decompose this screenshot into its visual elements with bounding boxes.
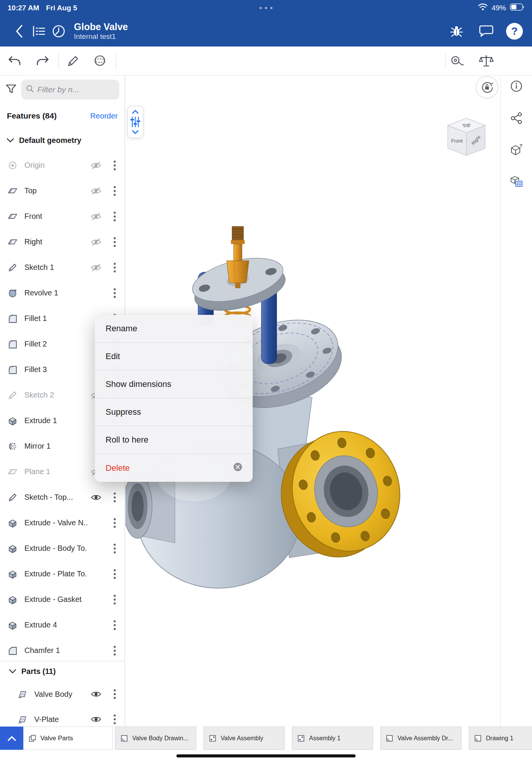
- part-feature-icon: [17, 689, 28, 699]
- tree-item-chamfer-1[interactable]: Chamfer 1: [0, 638, 125, 661]
- document-tab-assembly-1[interactable]: Assembly 1: [292, 727, 373, 750]
- tree-item-extrude-gasket[interactable]: Extrude - Gasket: [0, 587, 125, 612]
- overflow-menu-icon[interactable]: [105, 619, 125, 631]
- menu-item-roll-to-here[interactable]: Roll to here: [95, 426, 253, 454]
- overflow-menu-icon[interactable]: [105, 236, 125, 248]
- right-sidebar: ?: [500, 75, 532, 727]
- overflow-menu-icon[interactable]: [105, 543, 125, 554]
- overflow-menu-icon[interactable]: [105, 287, 125, 299]
- feature-list-toggle-icon[interactable]: [29, 21, 49, 41]
- status-time: 10:27 AM: [8, 4, 39, 12]
- tree-item-valve-body[interactable]: Valve Body: [0, 682, 125, 707]
- hidden-eye-icon[interactable]: [87, 187, 105, 195]
- visible-eye-icon[interactable]: [87, 715, 105, 723]
- tree-item-extrude-body-to[interactable]: Extrude - Body To...: [0, 536, 125, 561]
- group-parts[interactable]: Parts (11): [0, 661, 125, 682]
- overflow-menu-icon[interactable]: [105, 517, 125, 529]
- fillet-feature-icon: [7, 364, 18, 375]
- assembly-tab-icon: [208, 734, 217, 743]
- info-icon[interactable]: [506, 75, 527, 97]
- reorder-button[interactable]: Reorder: [90, 112, 118, 120]
- tree-item-extrude-4[interactable]: Extrude 4: [0, 612, 125, 638]
- help-button[interactable]: ?: [506, 23, 523, 40]
- hidden-eye-icon[interactable]: [87, 263, 105, 272]
- overflow-menu-icon[interactable]: [105, 714, 125, 725]
- overflow-menu-icon[interactable]: [105, 160, 125, 171]
- tree-item-sketch-1[interactable]: Sketch 1: [0, 255, 125, 280]
- part-feature-icon: [17, 714, 28, 725]
- group-default-geometry[interactable]: Default geometry: [0, 128, 125, 152]
- rollback-bar-handle[interactable]: [127, 106, 143, 138]
- hidden-eye-icon[interactable]: [87, 212, 105, 221]
- tree-item-revolve-1[interactable]: Revolve 1: [0, 280, 125, 306]
- extrude-feature-icon: [7, 594, 18, 605]
- share-icon[interactable]: [506, 107, 527, 129]
- menu-item-show-dimensions[interactable]: Show dimensions: [95, 371, 253, 398]
- overflow-menu-icon[interactable]: [105, 688, 125, 700]
- plane-feature-icon: [7, 237, 18, 247]
- comments-icon[interactable]: [476, 21, 496, 41]
- document-tab-drawing-1[interactable]: Drawing 1: [469, 727, 532, 750]
- overflow-menu-icon[interactable]: [105, 645, 125, 656]
- tree-item-top[interactable]: Top: [0, 178, 125, 204]
- hidden-eye-icon[interactable]: [87, 238, 105, 246]
- menu-item-edit[interactable]: Edit: [95, 343, 253, 371]
- undo-button[interactable]: [7, 55, 22, 67]
- tree-item-label: Front: [24, 212, 87, 221]
- menu-item-delete[interactable]: Delete: [95, 454, 253, 482]
- mirror-feature-icon: [7, 441, 18, 452]
- drawing-tab-icon: [474, 734, 482, 743]
- visible-eye-icon[interactable]: [87, 493, 105, 502]
- document-tab-valve-parts[interactable]: Valve Parts: [23, 727, 113, 750]
- delete-label: Delete: [106, 463, 130, 473]
- overflow-menu-icon[interactable]: [105, 594, 125, 605]
- rotate-lock-button[interactable]: [476, 76, 498, 98]
- document-title: Globe Valve: [74, 21, 128, 32]
- isometric-help-cube-icon[interactable]: ?: [506, 140, 527, 161]
- tree-item-extrude-valve-n[interactable]: Extrude - Valve N...: [0, 510, 125, 536]
- tree-item-v-plate[interactable]: V-Plate: [0, 707, 125, 727]
- view-cube[interactable]: Top Front Right: [444, 116, 489, 162]
- overflow-menu-icon[interactable]: [105, 492, 125, 503]
- battery-icon: [510, 3, 524, 13]
- multitask-dots-icon: [260, 7, 272, 9]
- document-tab-valve-body-drawin[interactable]: Valve Body Drawin...: [115, 727, 196, 750]
- redo-button[interactable]: [35, 55, 50, 67]
- measure-button[interactable]: [450, 55, 465, 67]
- filter-funnel-icon[interactable]: [5, 83, 17, 96]
- home-indicator[interactable]: [176, 754, 356, 757]
- visible-eye-icon[interactable]: [87, 690, 105, 698]
- expand-panel-button[interactable]: [0, 727, 23, 750]
- back-button[interactable]: [9, 21, 29, 41]
- overflow-menu-icon[interactable]: [105, 185, 125, 197]
- sketch-tool-button[interactable]: [66, 54, 80, 68]
- tree-item-label: Extrude - Valve N...: [24, 518, 87, 527]
- mass-properties-button[interactable]: [479, 54, 494, 68]
- tree-item-right[interactable]: Right: [0, 229, 125, 255]
- tree-item-origin[interactable]: Origin: [0, 152, 125, 178]
- hidden-eye-icon[interactable]: [87, 161, 105, 170]
- tree-item-label: Plane 1: [24, 467, 87, 476]
- context-menu-items: RenameEditShow dimensionsSuppressRoll to…: [95, 315, 253, 454]
- tree-item-sketch-top[interactable]: Sketch - Top...: [0, 484, 125, 510]
- overflow-menu-icon[interactable]: [105, 262, 125, 273]
- history-versions-icon[interactable]: [49, 21, 69, 41]
- overflow-menu-icon[interactable]: [105, 568, 125, 580]
- filter-search-field[interactable]: [21, 80, 119, 99]
- menu-item-suppress[interactable]: Suppress: [95, 398, 253, 426]
- sphere-primitive-button[interactable]: [92, 54, 107, 68]
- workspace-name: Internal test1: [74, 32, 128, 41]
- menu-item-rename[interactable]: Rename: [95, 315, 253, 343]
- document-tab-valve-assembly-dr[interactable]: Valve Assembly Dr...: [380, 727, 461, 750]
- tree-item-extrude-plate-to[interactable]: Extrude - Plate To...: [0, 561, 125, 587]
- filter-input[interactable]: [37, 85, 115, 94]
- document-tab-valve-assembly[interactable]: Valve Assembly: [204, 727, 285, 750]
- extrude-feature-icon: [7, 620, 18, 630]
- report-bug-icon[interactable]: [447, 21, 466, 41]
- overflow-menu-icon[interactable]: [105, 211, 125, 222]
- tree-item-label: Chamfer 1: [24, 646, 87, 655]
- parts-heading: Parts (11): [21, 667, 56, 676]
- bom-table-icon[interactable]: [506, 172, 527, 193]
- tree-item-front[interactable]: Front: [0, 204, 125, 229]
- chamfer-feature-icon: [7, 645, 18, 656]
